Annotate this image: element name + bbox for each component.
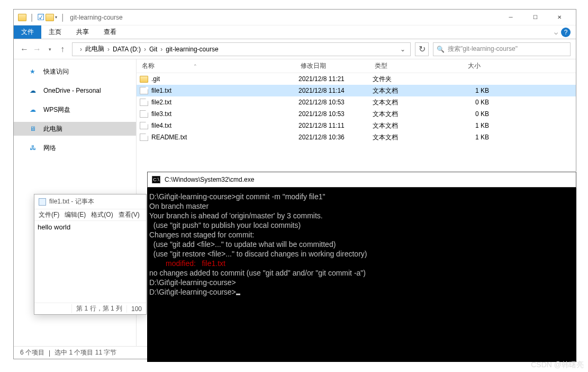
breadcrumb-dropdown-icon[interactable]: ⌄	[397, 46, 408, 53]
menu-format[interactable]: 格式(O)	[89, 209, 115, 220]
folder-icon[interactable]	[46, 14, 54, 21]
file-icon	[140, 122, 148, 129]
file-size: 0 KB	[447, 110, 489, 118]
nav-this-pc[interactable]: 🖥此电脑	[14, 122, 136, 136]
tab-view[interactable]: 查看	[96, 25, 124, 39]
file-row[interactable]: file3.txt2021/12/8 10:53文本文档0 KB	[137, 108, 576, 120]
cmd-title: C:\Windows\System32\cmd.exe	[165, 176, 254, 183]
column-type[interactable]: 类型	[369, 61, 444, 70]
chevron-right-icon[interactable]: ›	[142, 46, 148, 53]
menu-view[interactable]: 查看(V)	[116, 209, 142, 220]
watermark: CSDN @韩曙亮	[531, 360, 584, 370]
tab-share[interactable]: 共享	[69, 25, 96, 39]
network-icon: 🖧	[30, 144, 39, 152]
file-row[interactable]: .git2021/12/8 11:21文件夹	[137, 73, 576, 85]
breadcrumb[interactable]: › 此电脑 › DATA (D:) › Git › git-learning-c…	[72, 42, 411, 56]
recent-dropdown-icon[interactable]: ▾	[44, 47, 55, 52]
status-selection: 选中 1 个项目 11 字节	[55, 348, 116, 357]
search-placeholder: 搜索"git-learning-course"	[448, 45, 518, 54]
nav-network[interactable]: 🖧网络	[14, 141, 136, 155]
cmd-output[interactable]: D:\Git\git-learning-course>git commit -m…	[147, 188, 576, 362]
help-icon[interactable]: ?	[561, 28, 571, 37]
file-date: 2021/12/8 11:14	[298, 87, 373, 94]
notepad-icon	[39, 198, 46, 206]
column-size[interactable]: 大小	[444, 61, 486, 70]
file-date: 2021/12/8 11:21	[298, 75, 373, 83]
file-name: .git	[151, 75, 160, 83]
file-row[interactable]: README.txt2021/12/8 10:36文本文档1 KB	[137, 131, 576, 143]
breadcrumb-item[interactable]: git-learning-course	[166, 46, 218, 53]
file-date: 2021/12/8 11:11	[298, 122, 373, 129]
file-type: 文本文档	[373, 121, 447, 130]
forward-button[interactable]: →	[32, 45, 42, 54]
file-type: 文件夹	[373, 75, 447, 84]
breadcrumb-item[interactable]: DATA (D:)	[113, 46, 141, 53]
cloud-icon: ☁	[30, 106, 39, 113]
ribbon-expand-icon[interactable]: ⌵	[554, 29, 558, 36]
column-date[interactable]: 修改日期	[295, 61, 369, 70]
sort-asc-icon: ⌃	[193, 64, 197, 69]
refresh-button[interactable]: ↻	[415, 42, 429, 56]
chevron-right-icon[interactable]: ›	[78, 46, 84, 53]
nav-onedrive[interactable]: ☁OneDrive - Personal	[14, 84, 136, 98]
minimize-button[interactable]: ─	[499, 10, 523, 25]
search-input[interactable]: 🔍 搜索"git-learning-course"	[433, 42, 571, 56]
file-date: 2021/12/8 10:36	[298, 134, 373, 141]
tab-home[interactable]: 主页	[41, 25, 69, 39]
status-zoom: 100	[126, 305, 146, 313]
file-icon	[140, 110, 148, 118]
qat-dropdown-icon[interactable]: ▾	[55, 15, 57, 20]
maximize-button[interactable]: ☐	[523, 10, 547, 25]
file-name: file3.txt	[151, 110, 171, 118]
nav-quick-access[interactable]: ★快速访问	[14, 65, 136, 78]
folder-icon	[18, 14, 26, 21]
notepad-content[interactable]: hello world	[34, 221, 146, 303]
column-headers: 名称 ⌃ 修改日期 类型 大小	[137, 59, 576, 73]
file-icon	[140, 87, 148, 94]
titlebar: | ☑ ▾ | git-learning-course ─ ☐ ✕	[14, 10, 576, 25]
file-row[interactable]: file4.txt2021/12/8 11:11文本文档1 KB	[137, 120, 576, 131]
file-date: 2021/12/8 10:53	[298, 110, 373, 118]
tab-file[interactable]: 文件	[14, 25, 41, 39]
file-name: file4.txt	[151, 122, 171, 129]
file-type: 文本文档	[373, 133, 447, 142]
notepad-statusbar: 第 1 行，第 1 列 100	[34, 303, 146, 314]
file-row[interactable]: file2.txt2021/12/8 10:53文本文档0 KB	[137, 96, 576, 108]
file-type: 文本文档	[373, 110, 447, 119]
nav-wps[interactable]: ☁WPS网盘	[14, 103, 136, 117]
qat-divider: |	[61, 13, 64, 22]
file-row[interactable]: file1.txt2021/12/8 11:14文本文档1 KB	[137, 85, 576, 96]
file-icon	[140, 134, 148, 141]
search-icon: 🔍	[437, 46, 445, 53]
qat-divider: |	[31, 13, 33, 22]
cmd-window: C:\ C:\Windows\System32\cmd.exe D:\Git\g…	[147, 171, 576, 362]
cloud-icon: ☁	[30, 87, 39, 94]
menu-file[interactable]: 文件(F)	[37, 209, 61, 220]
status-position: 第 1 行，第 1 列	[71, 304, 126, 313]
chevron-right-icon[interactable]: ›	[105, 46, 112, 53]
back-button[interactable]: ←	[19, 45, 30, 54]
menu-edit[interactable]: 编辑(E)	[62, 209, 88, 220]
notepad-window: file1.txt - 记事本 文件(F) 编辑(E) 格式(O) 查看(V) …	[34, 194, 147, 315]
folder-icon	[140, 76, 148, 83]
file-size: 1 KB	[447, 134, 489, 141]
file-name: README.txt	[151, 134, 187, 141]
notepad-titlebar: file1.txt - 记事本	[34, 194, 146, 209]
file-size: 0 KB	[447, 99, 489, 106]
notepad-menu: 文件(F) 编辑(E) 格式(O) 查看(V)	[34, 209, 146, 221]
star-icon: ★	[30, 68, 39, 75]
status-divider: |	[49, 349, 50, 357]
file-type: 文本文档	[373, 98, 447, 107]
column-name[interactable]: 名称 ⌃	[137, 61, 295, 70]
qat-checkbox-icon[interactable]: ☑	[37, 12, 44, 22]
breadcrumb-item[interactable]: 此电脑	[85, 45, 104, 54]
breadcrumb-item[interactable]: Git	[149, 46, 157, 53]
window-title: git-learning-course	[70, 14, 122, 21]
address-row: ← → ▾ ↑ › 此电脑 › DATA (D:) › Git › git-le…	[14, 39, 576, 59]
close-button[interactable]: ✕	[547, 10, 572, 25]
file-name: file2.txt	[151, 99, 171, 106]
chevron-right-icon[interactable]: ›	[158, 46, 165, 53]
status-count: 6 个项目	[20, 348, 44, 357]
up-button[interactable]: ↑	[57, 45, 68, 54]
pc-icon: 🖥	[30, 125, 39, 132]
